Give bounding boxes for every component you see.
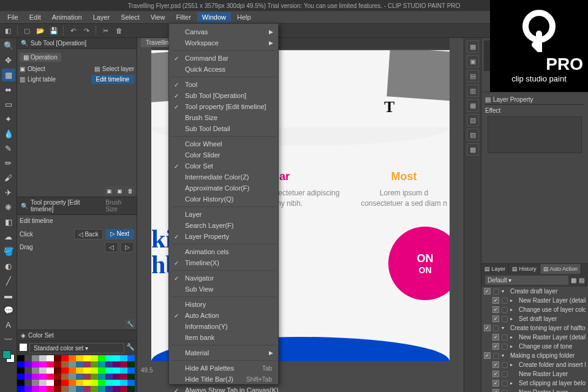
menu-item-material[interactable]: Material▶ — [169, 347, 278, 358]
color-swatch-cell[interactable] — [105, 374, 113, 380]
color-swatch-cell[interactable] — [47, 355, 54, 361]
balloon-tool[interactable]: 💬 — [2, 304, 15, 317]
color-swatch-cell[interactable] — [69, 368, 76, 374]
menu-item-auto-action[interactable]: ✓Auto Action — [169, 310, 278, 321]
menu-item-search-layer-f-[interactable]: Search Layer(F) — [169, 220, 278, 231]
action-checkbox[interactable]: ✓ — [492, 306, 499, 313]
material-download-icon[interactable]: ▩ — [467, 143, 479, 156]
toolprop-panel-tab[interactable]: 🔍 Tool property [Edit timeline] Brush Si… — [17, 197, 137, 215]
color-swatch-cell[interactable] — [47, 374, 54, 380]
action-checkbox[interactable]: ✓ — [492, 297, 499, 304]
color-swatch-cell[interactable] — [98, 380, 105, 386]
color-swatch-cell[interactable] — [32, 355, 39, 361]
color-swatch-cell[interactable] — [120, 368, 127, 374]
menu-item-hide-all-palettes[interactable]: Hide All PalettesTab — [169, 363, 278, 374]
color-swatch-cell[interactable] — [54, 361, 61, 368]
undo-icon[interactable]: ↶ — [67, 25, 78, 36]
action-row[interactable]: ✓New Raster Layer — [481, 388, 588, 392]
action-row[interactable]: ✓▸Change use of tone — [481, 342, 588, 351]
action-row[interactable]: ✓▾Making a clipping folder — [481, 351, 588, 360]
action-checkbox[interactable]: ✓ — [484, 288, 491, 295]
action-row[interactable]: ✓New Raster Layer — [481, 369, 588, 379]
new-icon[interactable]: ▢ — [21, 25, 32, 36]
color-swatch-cell[interactable] — [39, 361, 47, 368]
color-swatch-cell[interactable] — [17, 355, 24, 361]
airbrush-tool[interactable]: ✈ — [2, 186, 15, 199]
material-icon[interactable]: ▣ — [467, 55, 479, 67]
edit-timeline-button[interactable]: Edit timeline — [91, 75, 134, 84]
color-swatch-cell[interactable] — [127, 386, 135, 392]
fill-tool[interactable]: 🪣 — [2, 245, 15, 258]
menu-item-sub-view[interactable]: Sub View — [169, 284, 278, 295]
color-swatch-cell[interactable] — [32, 380, 39, 386]
color-swatch-cell[interactable] — [17, 380, 24, 386]
action-record-icon[interactable] — [502, 316, 508, 322]
tab-auto-action[interactable]: ▤ Auto Action — [540, 264, 582, 274]
color-swatch-cell[interactable] — [98, 368, 105, 374]
menu-item-information-y-[interactable]: Information(Y) — [169, 321, 278, 332]
color-swatch-cell[interactable] — [127, 380, 135, 386]
color-swatch-cell[interactable] — [24, 386, 32, 392]
color-swatch-cell[interactable] — [32, 386, 39, 392]
color-swatch-cell[interactable] — [91, 380, 98, 386]
color-swatch-cell[interactable] — [83, 355, 91, 361]
action-row[interactable]: ✓▸New Raster Layer (detail) — [481, 296, 588, 305]
action-record-icon[interactable] — [502, 390, 508, 393]
material-image-icon[interactable]: ▧ — [467, 114, 479, 126]
menu-item-sub-tool-detail[interactable]: Sub Tool Detail — [169, 123, 278, 134]
menu-item-tool-property-edit-timeline-[interactable]: ✓Tool property [Edit timeline] — [169, 101, 278, 112]
action-config-icon[interactable]: ▦ — [571, 277, 576, 284]
menu-item-navigator[interactable]: ✓Navigator — [169, 273, 278, 284]
color-swatch-cell[interactable] — [54, 386, 61, 392]
menu-item-always-show-tab-in-canvas-k-[interactable]: ✓Always Show Tab in Canvas(K) — [169, 385, 278, 392]
cut-icon[interactable]: ✂ — [100, 25, 111, 36]
action-checkbox[interactable]: ✓ — [492, 343, 499, 350]
subtool-panel-tab[interactable]: 🔍 Sub Tool [Operation] — [17, 38, 137, 49]
menu-item-layer[interactable]: Layer — [169, 209, 278, 220]
color-swatch-cell[interactable] — [113, 374, 120, 380]
menu-filter[interactable]: Filter — [171, 12, 195, 22]
color-swatch-cell[interactable] — [17, 386, 24, 392]
menu-window[interactable]: Window — [197, 12, 231, 22]
correct-line-tool[interactable]: 〰 — [2, 333, 15, 346]
color-swatch-cell[interactable] — [98, 355, 105, 361]
color-swatch-cell[interactable] — [61, 355, 69, 361]
eraser-tool[interactable]: ◧ — [2, 216, 15, 228]
color-swatch-cell[interactable] — [39, 355, 47, 361]
copy-subtool-icon[interactable]: ▣ — [115, 187, 124, 195]
color-swatch-cell[interactable] — [69, 374, 76, 380]
action-checkbox[interactable]: ✓ — [492, 389, 499, 392]
object-icon[interactable]: ▣ — [20, 66, 25, 72]
action-set-dropdown[interactable]: Default ▾ — [485, 276, 568, 285]
color-swatch-cell[interactable] — [91, 374, 98, 380]
color-swatch-cell[interactable] — [69, 380, 76, 386]
back-button[interactable]: ◁ Back — [74, 229, 103, 239]
color-swatch-cell[interactable] — [76, 374, 83, 380]
color-swatch-cell[interactable] — [61, 386, 69, 392]
brush-tool[interactable]: 🖌 — [2, 172, 15, 184]
action-record-icon[interactable] — [502, 307, 508, 313]
color-swatch-cell[interactable] — [120, 380, 127, 386]
color-swatch-cell[interactable] — [54, 380, 61, 386]
menu-item-brush-size[interactable]: Brush Size — [169, 112, 278, 123]
color-swatch-cell[interactable] — [17, 374, 24, 380]
colorset-swatch-icon[interactable] — [19, 343, 28, 352]
menu-select[interactable]: Select — [116, 12, 145, 22]
material-manga-icon[interactable]: ▦ — [467, 99, 479, 111]
menu-file[interactable]: File — [2, 12, 23, 22]
menu-item-color-wheel[interactable]: Color Wheel — [169, 138, 278, 149]
menu-item-command-bar[interactable]: ✓Command Bar — [169, 53, 278, 64]
action-row[interactable]: ✓▸Set clipping at layer below — [481, 379, 588, 388]
color-swatch[interactable] — [2, 350, 15, 363]
action-record-icon[interactable] — [493, 325, 499, 331]
quick-access-icon[interactable]: ▦ — [467, 40, 479, 53]
colorset-dropdown[interactable]: Standard color set ▾ — [29, 343, 124, 353]
color-swatch-cell[interactable] — [24, 374, 32, 380]
color-swatch-cell[interactable] — [61, 374, 69, 380]
color-swatch-cell[interactable] — [76, 361, 83, 368]
menu-item-sub-tool-operation-[interactable]: ✓Sub Tool [Operation] — [169, 90, 278, 101]
material-3d-icon[interactable]: ▨ — [467, 129, 479, 141]
color-swatch-cell[interactable] — [113, 386, 120, 392]
delete-subtool-icon[interactable]: 🗑 — [126, 187, 134, 195]
menu-item-intermediate-color-z-[interactable]: Intermediate Color(Z) — [169, 172, 278, 183]
